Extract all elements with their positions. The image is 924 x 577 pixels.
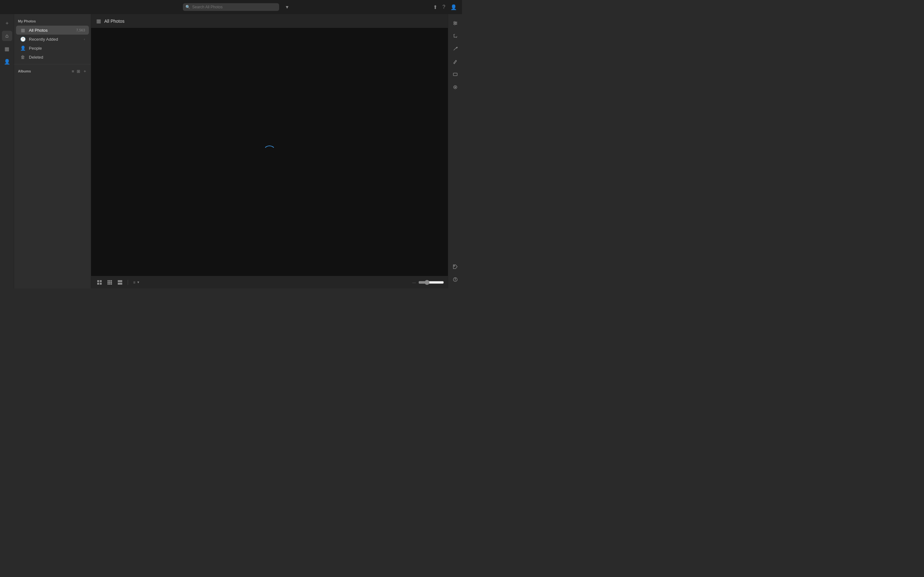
svg-rect-11 [109, 284, 110, 285]
all-photos-label: All Photos [29, 28, 73, 33]
svg-rect-5 [109, 280, 110, 282]
icon-bar-add[interactable]: ＋ [2, 18, 12, 28]
main-layout: ＋ ⌂ ▦ 👤 My Photos ▦ All Photos 7,563 🕐 R… [0, 14, 462, 288]
right-panel-tag-btn[interactable] [450, 261, 460, 272]
svg-point-28 [455, 278, 456, 279]
svg-rect-8 [109, 282, 110, 283]
help-icon[interactable]: ? [443, 4, 445, 10]
upload-icon[interactable]: ⬆ [433, 4, 437, 10]
svg-point-25 [454, 266, 454, 266]
icon-bar-people[interactable]: 👤 [2, 56, 12, 67]
right-panel-adjustments-btn[interactable] [450, 18, 460, 28]
svg-line-21 [454, 48, 456, 50]
bottom-bar: ≡ ▼ — [91, 276, 448, 288]
sidebar-item-deleted[interactable]: 🗑 Deleted [16, 53, 89, 61]
icon-bar-home[interactable]: ⌂ [2, 31, 12, 41]
search-container: 🔍 [183, 3, 279, 11]
svg-point-24 [455, 87, 456, 88]
right-panel-aspect-btn[interactable] [450, 69, 460, 79]
recently-added-icon: 🕐 [20, 37, 26, 42]
content-header: ▦ All Photos [91, 14, 448, 28]
sidebar-item-people[interactable]: 👤 People [16, 44, 89, 53]
svg-rect-6 [111, 280, 112, 282]
zoom-min-label: — [412, 280, 416, 284]
sidebar-item-recently-added[interactable]: 🕐 Recently Added ‹ [16, 35, 89, 44]
top-bar: 🔍 ▼ ⬆ ? 👤 [0, 0, 462, 14]
right-panel [448, 14, 462, 288]
content-wrapper: ▦ All Photos [91, 14, 448, 288]
icon-bar-albums[interactable]: ▦ [2, 44, 12, 54]
people-icon: 👤 [20, 45, 26, 51]
content-header-icon: ▦ [96, 18, 101, 24]
svg-rect-14 [118, 283, 122, 285]
top-bar-right: ⬆ ? 👤 [433, 4, 457, 10]
albums-title: Albums [18, 69, 71, 73]
view-btn-medium-grid[interactable] [105, 279, 114, 286]
icon-bar: ＋ ⌂ ▦ 👤 [0, 14, 14, 288]
sort-button[interactable]: ≡ ▼ [131, 279, 142, 285]
right-panel-crop-btn[interactable] [450, 31, 460, 41]
view-separator [128, 280, 128, 285]
loading-spinner [263, 145, 276, 158]
view-btn-large-grid[interactable] [115, 279, 124, 286]
svg-rect-1 [100, 280, 102, 282]
sort-chevron: ▼ [137, 280, 140, 284]
svg-rect-13 [118, 280, 122, 282]
zoom-slider[interactable] [418, 280, 444, 285]
search-icon: 🔍 [186, 5, 190, 9]
search-input[interactable] [192, 5, 276, 9]
content-main [91, 28, 448, 276]
svg-rect-3 [100, 283, 102, 285]
sidebar-divider [14, 64, 91, 64]
svg-rect-2 [97, 283, 99, 285]
svg-rect-9 [111, 282, 112, 283]
albums-header: Albums ≡ ⊞ ＋ [14, 67, 91, 77]
albums-icons: ≡ ⊞ ＋ [71, 68, 87, 74]
svg-rect-12 [111, 284, 112, 285]
albums-list-view-btn[interactable]: ≡ [71, 69, 74, 74]
albums-add-btn[interactable]: ＋ [83, 68, 87, 74]
svg-rect-10 [107, 284, 109, 285]
bottom-right: — [412, 280, 444, 285]
sidebar-item-all-photos[interactable]: ▦ All Photos 7,563 [16, 26, 89, 35]
right-panel-info-btn[interactable] [450, 274, 460, 285]
view-btn-small-grid[interactable] [95, 279, 104, 286]
sort-icon: ≡ [133, 280, 136, 285]
svg-point-18 [454, 21, 455, 23]
right-panel-draw-btn[interactable] [450, 56, 460, 67]
right-panel-radial-btn[interactable] [450, 82, 460, 92]
people-label: People [29, 46, 85, 51]
sidebar: My Photos ▦ All Photos 7,563 🕐 Recently … [14, 14, 91, 288]
account-icon[interactable]: 👤 [451, 4, 457, 10]
filter-icon[interactable]: ▼ [285, 5, 289, 10]
all-photos-count: 7,563 [76, 28, 85, 32]
svg-rect-7 [107, 282, 109, 283]
svg-rect-0 [97, 280, 99, 282]
svg-rect-22 [453, 73, 457, 76]
recently-added-chevron: ‹ [84, 37, 85, 41]
spinner-arc [263, 145, 276, 158]
right-panel-bottom [450, 261, 460, 288]
right-panel-retouch-btn[interactable] [450, 44, 460, 54]
svg-point-20 [454, 24, 455, 25]
svg-point-19 [455, 23, 457, 24]
svg-rect-4 [107, 280, 109, 282]
my-photos-title: My Photos [14, 18, 91, 26]
content-header-title: All Photos [104, 19, 124, 24]
albums-grid-view-btn[interactable]: ⊞ [77, 69, 80, 74]
all-photos-icon: ▦ [20, 27, 26, 33]
recently-added-label: Recently Added [29, 37, 81, 42]
deleted-label: Deleted [29, 55, 85, 60]
deleted-icon: 🗑 [20, 55, 26, 60]
